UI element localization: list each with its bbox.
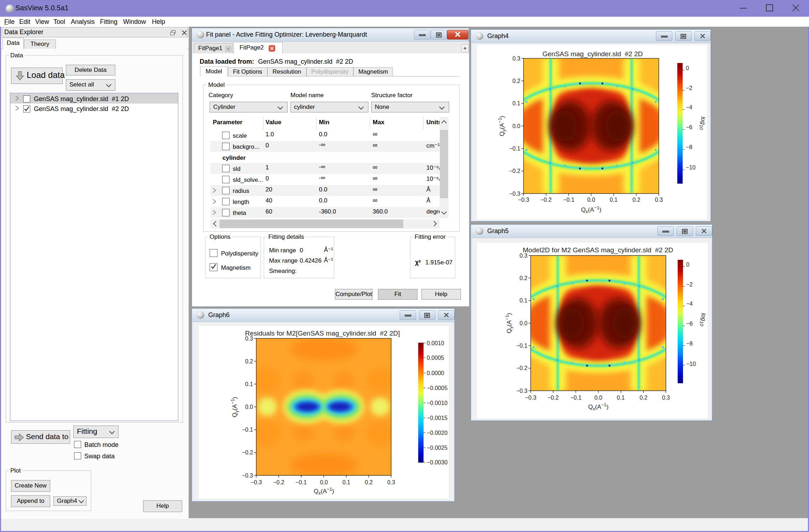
svg-text:0.3: 0.3 xyxy=(662,395,670,401)
svg-text:Qx(A−1): Qx(A−1) xyxy=(581,205,601,214)
svg-text:−0.0010: −0.0010 xyxy=(427,400,447,406)
svg-text:0.2: 0.2 xyxy=(245,358,253,364)
svg-text:−0.2: −0.2 xyxy=(516,365,527,371)
svg-text:Qx(A−1): Qx(A−1) xyxy=(314,486,334,496)
svg-text:0.2: 0.2 xyxy=(520,275,527,281)
svg-text:0.0: 0.0 xyxy=(520,320,527,326)
svg-text:−0.3: −0.3 xyxy=(251,479,262,485)
svg-text:−0.0020: −0.0020 xyxy=(427,430,447,436)
svg-text:0.3: 0.3 xyxy=(655,197,663,203)
svg-text:Residuals for M2[GenSAS mag_cy: Residuals for M2[GenSAS mag_cylinder.sld… xyxy=(245,330,400,337)
svg-text:0.1: 0.1 xyxy=(245,381,253,387)
svg-text:0.2: 0.2 xyxy=(632,197,640,203)
svg-text:−0.1: −0.1 xyxy=(295,479,307,485)
svg-text:0.0005: 0.0005 xyxy=(427,355,444,361)
svg-text:−0.0005: −0.0005 xyxy=(427,385,447,391)
svg-text:0.1: 0.1 xyxy=(342,479,350,485)
svg-text:log10: log10 xyxy=(699,313,707,326)
svg-text:−0.0030: −0.0030 xyxy=(427,459,447,465)
svg-text:0.1: 0.1 xyxy=(513,100,520,106)
svg-text:−0.3: −0.3 xyxy=(518,197,529,203)
svg-text:Qx(A−1): Qx(A−1) xyxy=(588,402,608,411)
svg-text:0.0: 0.0 xyxy=(587,197,595,203)
svg-text:0.2: 0.2 xyxy=(365,479,373,485)
svg-text:−0.1: −0.1 xyxy=(509,146,520,152)
svg-text:−0.3: −0.3 xyxy=(516,388,527,394)
svg-text:0.0: 0.0 xyxy=(245,404,253,410)
svg-text:0.3: 0.3 xyxy=(245,336,253,342)
svg-text:0.0010: 0.0010 xyxy=(427,340,444,346)
svg-text:0.3: 0.3 xyxy=(513,56,520,62)
svg-text:GenSAS mag_cylinder.sld #2 2D: GenSAS mag_cylinder.sld #2 2D xyxy=(542,50,643,58)
svg-text:−0.1: −0.1 xyxy=(563,197,574,203)
svg-text:0.0: 0.0 xyxy=(513,123,520,129)
svg-text:0.1: 0.1 xyxy=(520,297,527,304)
svg-text:−0.1: −0.1 xyxy=(570,395,582,401)
svg-text:−0.3: −0.3 xyxy=(242,473,253,479)
svg-text:log10: log10 xyxy=(699,116,706,130)
svg-text:−0.0025: −0.0025 xyxy=(427,445,447,451)
svg-text:0.2: 0.2 xyxy=(640,395,647,401)
svg-text:−0.2: −0.2 xyxy=(273,479,284,485)
svg-text:0.3: 0.3 xyxy=(387,479,395,485)
svg-text:−0.1: −0.1 xyxy=(516,343,527,349)
svg-text:0.0000: 0.0000 xyxy=(427,370,444,376)
svg-text:Qy(A−1): Qy(A−1) xyxy=(230,397,239,417)
svg-text:−0.2: −0.2 xyxy=(547,395,559,401)
svg-text:Model2D for M2 GenSAS mag_cyli: Model2D for M2 GenSAS mag_cylinder.sld #… xyxy=(523,246,673,254)
svg-text:0.0: 0.0 xyxy=(594,395,602,401)
svg-text:0.1: 0.1 xyxy=(617,395,625,401)
svg-text:0.1: 0.1 xyxy=(610,197,618,203)
svg-text:−0.1: −0.1 xyxy=(242,427,253,433)
svg-text:−0.2: −0.2 xyxy=(509,168,520,174)
svg-text:0.2: 0.2 xyxy=(513,78,520,84)
svg-text:−0.2: −0.2 xyxy=(540,197,552,203)
svg-text:−0.2: −0.2 xyxy=(242,449,253,455)
svg-text:−0.3: −0.3 xyxy=(525,395,536,401)
svg-text:Qy(A−1): Qy(A−1) xyxy=(497,116,506,136)
svg-text:−0.3: −0.3 xyxy=(509,191,520,197)
svg-text:Qy(A−1): Qy(A−1) xyxy=(504,313,514,333)
svg-text:−0.0015: −0.0015 xyxy=(427,415,447,421)
svg-text:0.3: 0.3 xyxy=(520,253,527,259)
svg-text:0.0: 0.0 xyxy=(320,479,328,485)
